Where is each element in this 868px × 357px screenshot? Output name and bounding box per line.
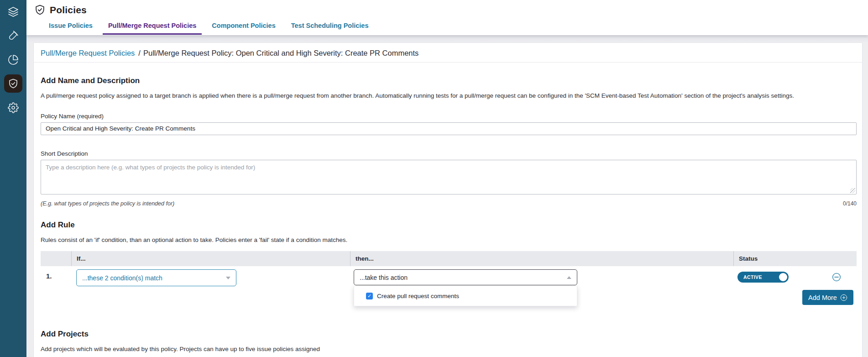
short-description-label: Short Description [41, 150, 856, 157]
rule-row-number: 1. [46, 272, 52, 280]
char-counter: 0/140 [843, 200, 857, 207]
breadcrumb-current: Pull/Merge Request Policy: Open Critical… [143, 49, 418, 57]
shield-check-icon [8, 78, 19, 89]
tab-test-scheduling-policies[interactable]: Test Scheduling Policies [286, 20, 374, 35]
policy-name-input[interactable] [41, 122, 857, 135]
sidebar-item-reports[interactable] [4, 51, 22, 69]
rule-section-heading: Add Rule [41, 220, 856, 230]
header: Policies Issue Policies Pull/Merge Reque… [26, 0, 868, 35]
rules-table-header: If... then... Status [41, 251, 857, 266]
sidebar-item-tests[interactable] [4, 26, 22, 45]
plus-circle-icon [840, 294, 847, 301]
status-toggle-knob [779, 273, 787, 281]
policy-name-label: Policy Name (required) [41, 113, 856, 120]
policy-card: Pull/Merge Request Policies/Pull/Merge R… [33, 42, 863, 357]
page-title: Policies [50, 5, 87, 16]
if-condition-dropdown[interactable]: ...these 2 condition(s) match [76, 269, 236, 286]
breadcrumb-separator: / [138, 49, 141, 57]
textarea-resize-handle[interactable] [850, 188, 855, 193]
rules-table: If... then... Status 1. ...these 2 condi… [41, 251, 857, 310]
policies-shield-icon [34, 4, 46, 16]
breadcrumb-link[interactable]: Pull/Merge Request Policies [41, 49, 135, 57]
layers-icon [8, 6, 19, 17]
short-description-textarea[interactable] [41, 160, 857, 194]
add-more-label: Add More [808, 294, 837, 301]
chevron-down-icon [226, 277, 230, 279]
create-pr-comments-checkbox[interactable]: ✓ [366, 293, 373, 299]
then-action-dropdown[interactable]: ...take this action [354, 269, 577, 285]
rule-row: 1. ...these 2 condition(s) match ...take… [41, 266, 857, 310]
chevron-up-icon [567, 276, 571, 279]
sidebar-item-policies[interactable] [4, 74, 22, 93]
column-header-if: If... [71, 251, 350, 266]
tab-pull-merge-request-policies[interactable]: Pull/Merge Request Policies [103, 20, 202, 35]
status-toggle-label: ACTIVE [743, 274, 762, 280]
short-description-hint: (E.g. what types of projects the policy … [41, 200, 174, 207]
name-section-description: A pull/merge request policy assigned to … [41, 91, 856, 101]
status-toggle[interactable]: ACTIVE [737, 272, 789, 283]
hint-row: (E.g. what types of projects the policy … [41, 200, 857, 207]
column-header-then: then... [350, 251, 733, 266]
if-condition-value: ...these 2 condition(s) match [82, 274, 162, 282]
projects-section-heading: Add Projects [41, 330, 856, 339]
test-tube-icon [8, 30, 19, 41]
column-header-number [41, 251, 71, 266]
main-area: Policies Issue Policies Pull/Merge Reque… [26, 0, 868, 357]
pie-chart-icon [8, 54, 19, 65]
column-header-status: Status [733, 251, 857, 266]
add-more-button[interactable]: Add More [802, 290, 853, 305]
name-section-heading: Add Name and Description [41, 76, 856, 85]
remove-rule-button[interactable] [832, 273, 841, 282]
short-description-wrap [41, 160, 857, 194]
sidebar [0, 0, 26, 357]
sidebar-item-settings[interactable] [4, 99, 22, 117]
action-dropdown-panel: ✓ Create pull request comments [354, 286, 577, 306]
tab-component-policies[interactable]: Component Policies [206, 20, 281, 35]
tab-issue-policies[interactable]: Issue Policies [43, 20, 98, 35]
sidebar-item-layers[interactable] [4, 3, 22, 21]
action-option-label: Create pull request comments [377, 293, 459, 299]
content-area: Pull/Merge Request Policies/Pull/Merge R… [26, 35, 868, 357]
tab-bar: Issue Policies Pull/Merge Request Polici… [43, 20, 868, 35]
minus-circle-icon [832, 273, 841, 282]
projects-section-description: Add projects which will be evaluated by … [41, 344, 856, 354]
breadcrumb: Pull/Merge Request Policies/Pull/Merge R… [41, 49, 856, 58]
gear-icon [8, 102, 19, 113]
policies-page: Policies Issue Policies Pull/Merge Reque… [0, 0, 868, 357]
then-action-value: ...take this action [360, 274, 408, 281]
title-row: Policies [26, 0, 868, 16]
breadcrumb-divider [34, 62, 862, 63]
rule-section-description: Rules consist of an 'if' condition, than… [41, 235, 856, 245]
